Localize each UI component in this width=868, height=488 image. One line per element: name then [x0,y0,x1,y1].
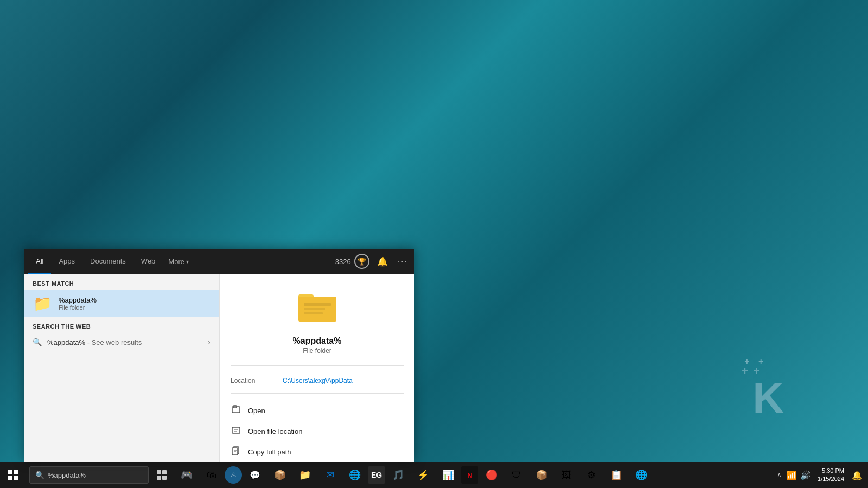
tab-more[interactable]: More ▾ [163,251,194,272]
action-copy-path[interactable]: Copy full path [220,441,414,462]
tab-bar-right: 3326 🏆 🔔 ··· [335,254,410,269]
svg-rect-8 [232,427,240,433]
taskbar-sys-up-icon[interactable]: ∧ [775,471,784,479]
svg-rect-17 [157,476,161,480]
svg-rect-18 [162,476,167,480]
svg-rect-3 [304,303,331,306]
taskbar-store-icon[interactable]: 🛍 [200,463,224,487]
svg-rect-11 [8,470,12,474]
best-match-label: Best match [24,274,219,290]
taskbar-network-icon[interactable]: 🌐 [629,463,653,487]
task-view-button[interactable] [150,463,174,487]
notifications-icon[interactable]: 🔔 [375,254,390,269]
taskbar-mail-icon[interactable]: ✉ [318,463,342,487]
divider-2 [231,393,404,394]
content-area: Best match 📁 %appdata% File folder Searc… [24,274,414,462]
taskbar-app1-icon[interactable]: 📦 [268,463,292,487]
taskbar-search-icon: 🔍 [35,471,44,479]
more-options-icon[interactable]: ··· [395,254,410,268]
right-panel: %appdata% File folder Location C:\Users\… [219,274,414,462]
divider-1 [231,365,404,366]
start-button[interactable] [0,462,26,488]
open-location-icon [231,426,241,436]
result-sub: File folder [59,304,210,311]
folder-svg [298,290,336,323]
copy-path-label: Copy full path [248,448,291,456]
taskbar-xbox-icon[interactable]: 🎮 [175,463,199,487]
file-type-display: File folder [303,347,331,355]
taskbar-discord-icon[interactable]: 💬 [243,463,267,487]
location-path[interactable]: C:\Users\alexg\AppData [283,377,353,384]
k-logo-watermark: + + K [752,373,781,423]
folder-icon: 📁 [33,294,52,312]
location-row: Location C:\Users\alexg\AppData [220,373,414,389]
taskbar-files-icon[interactable]: 📁 [293,463,317,487]
taskbar-clock[interactable]: 5:30 PM 1/15/2024 [813,465,848,486]
best-match-item[interactable]: 📁 %appdata% File folder [24,290,219,317]
windows-logo-icon [8,470,18,480]
trophy-icon: 🏆 [354,254,369,269]
taskbar: 🔍 %appdata% 🎮 🛍 ♨ 💬 📦 📁 ✉ 🌐 EG 🎵 ⚡ 📊 N 🔴… [0,462,868,488]
file-name-display: %appdata% [293,336,342,346]
action-open[interactable]: Open [220,400,414,421]
taskbar-search-bar[interactable]: 🔍 %appdata% [29,466,149,484]
taskbar-volume-icon[interactable]: 🔊 [799,470,812,480]
taskbar-network-status: 📶 [785,470,798,480]
svg-rect-5 [304,312,323,314]
action-open-location[interactable]: Open file location [220,421,414,441]
left-panel: Best match 📁 %appdata% File folder Searc… [24,274,219,462]
taskbar-app4-icon[interactable]: 🔴 [480,463,503,487]
web-search-label: Search the web [24,317,219,333]
tab-documents[interactable]: Documents [82,249,133,274]
web-search-item[interactable]: 🔍 %appdata% - See web results › [24,333,219,351]
taskbar-chrome-icon[interactable]: 🌐 [343,463,367,487]
web-search-text: %appdata% - See web results [47,338,202,346]
taskbar-steam-icon[interactable]: ♨ [225,466,242,484]
svg-rect-13 [8,476,12,480]
copy-path-icon [231,446,241,457]
result-text: %appdata% File folder [59,296,210,311]
taskbar-settings-icon[interactable]: ⚙ [579,463,603,487]
tab-all[interactable]: All [28,249,51,274]
desktop: + + K All Apps Documents Web More ▾ 3326… [0,0,868,488]
taskbar-right: ∧ 📶 🔊 5:30 PM 1/15/2024 🔔 [775,465,868,486]
location-label: Location [231,377,274,384]
chevron-down-icon: ▾ [186,259,189,265]
web-search-icon: 🔍 [33,338,42,346]
taskbar-app6-icon[interactable]: 📋 [604,463,628,487]
tab-bar: All Apps Documents Web More ▾ 3326 🏆 🔔 ·… [24,249,414,274]
taskbar-netflix-icon[interactable]: N [461,466,478,484]
taskbar-epic-icon[interactable]: EG [368,466,385,484]
svg-rect-4 [304,308,326,310]
open-label: Open [248,407,265,415]
result-name: %appdata% [59,296,210,304]
taskbar-office-icon[interactable]: 📊 [436,463,460,487]
svg-rect-15 [157,470,161,474]
web-arrow-icon: › [208,337,210,347]
score-value: 3326 [335,258,351,266]
score-badge: 3326 🏆 [335,254,369,269]
taskbar-app5-icon[interactable]: 📦 [529,463,553,487]
open-icon [231,405,241,416]
taskbar-photos-icon[interactable]: 🖼 [554,463,578,487]
tab-apps[interactable]: Apps [51,249,82,274]
tab-web[interactable]: Web [133,249,163,274]
taskbar-spotify-icon[interactable]: 🎵 [386,463,410,487]
taskbar-shield-icon[interactable]: 🛡 [505,463,528,487]
taskbar-search-query: %appdata% [48,471,86,479]
taskbar-notification-icon[interactable]: 🔔 [850,470,865,480]
open-location-label: Open file location [248,427,302,435]
task-view-icon [157,470,167,480]
search-panel: All Apps Documents Web More ▾ 3326 🏆 🔔 ·… [24,249,414,462]
svg-rect-12 [14,470,18,474]
file-icon-large [298,290,336,331]
taskbar-app3-icon[interactable]: ⚡ [411,463,435,487]
svg-rect-16 [162,470,167,474]
svg-rect-14 [14,476,18,480]
